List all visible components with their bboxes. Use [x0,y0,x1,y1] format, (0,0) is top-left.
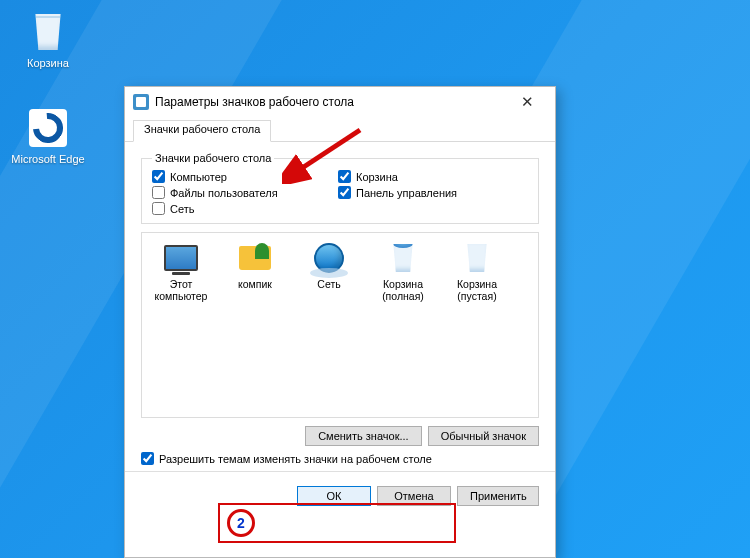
dialog-title: Параметры значков рабочего стола [155,95,354,109]
check-user-files[interactable]: Файлы пользователя [152,186,320,199]
user-folder-icon [235,241,275,275]
check-label: Разрешить темам изменять значки на рабоч… [159,453,432,465]
desktop-icon-label: Microsoft Edge [10,153,86,165]
desktop-icon-settings-dialog: Параметры значков рабочего стола ✕ Значк… [124,86,556,558]
default-icon-button[interactable]: Обычный значок [428,426,539,446]
preview-kompik[interactable]: компик [222,239,288,302]
button-label: Применить [470,490,527,502]
cancel-button[interactable]: Отмена [377,486,451,506]
check-allow-themes[interactable]: Разрешить темам изменять значки на рабоч… [141,452,539,465]
check-label: Компьютер [170,171,227,183]
group-desktop-icons: Значки рабочего стола Компьютер Файлы по… [141,152,539,224]
tab-desktop-icons[interactable]: Значки рабочего стола [133,120,271,142]
tab-strip: Значки рабочего стола [125,119,555,142]
apply-button[interactable]: Применить [457,486,539,506]
tab-label: Значки рабочего стола [144,123,260,135]
recycle-bin-empty-icon [457,241,497,275]
check-label: Сеть [170,203,194,215]
edge-icon [26,106,70,150]
recycle-bin-icon [26,10,70,54]
recycle-bin-full-icon [383,241,423,275]
desktop-icon-label: Корзина [10,57,86,69]
check-computer[interactable]: Компьютер [152,170,320,183]
desktop-icon-recycle-bin[interactable]: Корзина [10,10,86,69]
preview-network[interactable]: Сеть [296,239,362,302]
desktop-icon-edge[interactable]: Microsoft Edge [10,106,86,165]
preview-label: Этот компьютер [148,278,214,302]
button-label: Отмена [394,490,433,502]
check-recycle-bin-box[interactable] [338,170,351,183]
button-label: Сменить значок... [318,430,409,442]
preview-label: Корзина (полная) [370,278,436,302]
close-button[interactable]: ✕ [507,93,547,111]
check-control-panel-box[interactable] [338,186,351,199]
dialog-icon [133,94,149,110]
preview-this-pc[interactable]: Этот компьютер [148,239,214,302]
group-legend: Значки рабочего стола [152,152,274,164]
check-user-files-box[interactable] [152,186,165,199]
network-globe-icon [309,241,349,275]
check-recycle-bin[interactable]: Корзина [338,170,457,183]
check-label: Панель управления [356,187,457,199]
check-label: Файлы пользователя [170,187,278,199]
check-network-box[interactable] [152,202,165,215]
ok-button[interactable]: ОК [297,486,371,506]
change-icon-button[interactable]: Сменить значок... [305,426,422,446]
titlebar[interactable]: Параметры значков рабочего стола ✕ [125,87,555,117]
check-computer-box[interactable] [152,170,165,183]
preview-label: Корзина (пустая) [444,278,510,302]
check-network[interactable]: Сеть [152,202,320,215]
check-control-panel[interactable]: Панель управления [338,186,457,199]
preview-label: Сеть [296,278,362,290]
button-label: ОК [327,490,342,502]
preview-label: компик [222,278,288,290]
preview-bin-empty[interactable]: Корзина (пустая) [444,239,510,302]
icon-preview-pane[interactable]: Этот компьютер компик Сеть Корзина (полн… [141,232,539,418]
check-allow-themes-box[interactable] [141,452,154,465]
separator [125,471,555,472]
monitor-icon [161,241,201,275]
preview-bin-full[interactable]: Корзина (полная) [370,239,436,302]
button-label: Обычный значок [441,430,526,442]
check-label: Корзина [356,171,398,183]
